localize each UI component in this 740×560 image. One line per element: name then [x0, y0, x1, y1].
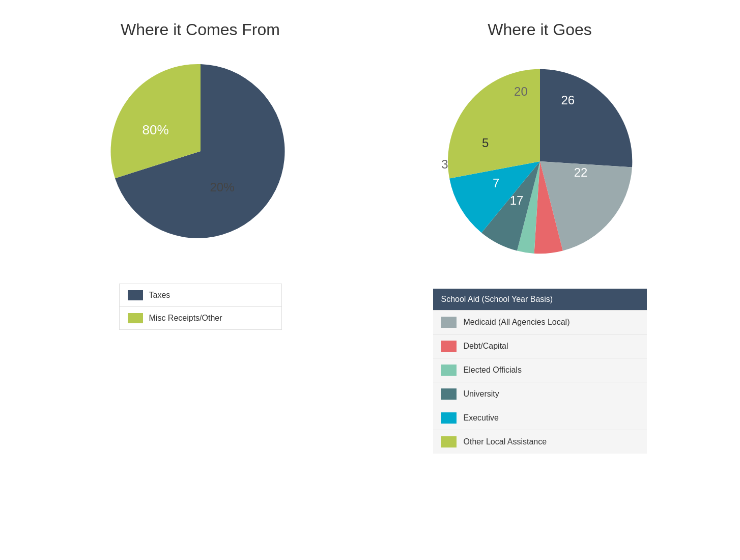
misc-legend-label: Misc Receipts/Other [149, 314, 222, 323]
main-container: Where it Comes From 80% 20% Taxes [0, 0, 740, 560]
taxes-legend-label: Taxes [149, 291, 170, 300]
elected-legend-color [441, 365, 457, 376]
legend-item-taxes: Taxes [120, 284, 281, 307]
left-legend: Taxes Misc Receipts/Other [119, 284, 282, 330]
legend-university: University [433, 382, 647, 406]
right-pie-wrapper: 26 20 5 3 7 17 22 [433, 54, 647, 268]
medicaid-legend-color [441, 317, 457, 328]
legend-elected: Elected Officials [433, 358, 647, 382]
debt-legend-label: Debt/Capital [464, 342, 508, 351]
misc-color [128, 313, 143, 323]
medicaid-legend-label: Medicaid (All Agencies Local) [464, 318, 570, 327]
legend-school-aid: School Aid (School Year Basis) [433, 289, 647, 311]
other-local-legend-color [441, 436, 457, 447]
legend-executive: Executive [433, 406, 647, 430]
elected-legend-label: Elected Officials [464, 366, 522, 375]
right-legend: School Aid (School Year Basis) Medicaid … [433, 289, 647, 454]
executive-legend-color [441, 412, 457, 424]
left-pie-chart [104, 54, 297, 248]
left-panel: Where it Comes From 80% 20% Taxes [31, 20, 370, 540]
other-local-legend-label: Other Local Assistance [464, 437, 547, 446]
debt-legend-color [441, 341, 457, 352]
other-local-path [447, 69, 539, 179]
right-chart-title: Where it Goes [488, 20, 592, 39]
left-chart-title: Where it Comes From [121, 20, 280, 39]
university-legend-label: University [464, 389, 499, 399]
school-aid-path [540, 69, 632, 167]
legend-debt: Debt/Capital [433, 334, 647, 358]
university-legend-color [441, 388, 457, 400]
left-pie-wrapper: 80% 20% [104, 54, 297, 248]
right-pie-svg [433, 54, 647, 268]
right-panel: Where it Goes [370, 20, 709, 540]
legend-medicaid: Medicaid (All Agencies Local) [433, 311, 647, 334]
school-aid-legend-label: School Aid (School Year Basis) [441, 295, 553, 304]
taxes-color [128, 290, 143, 300]
legend-item-misc: Misc Receipts/Other [120, 307, 281, 329]
executive-legend-label: Executive [464, 413, 499, 423]
legend-other-local: Other Local Assistance [433, 430, 647, 454]
